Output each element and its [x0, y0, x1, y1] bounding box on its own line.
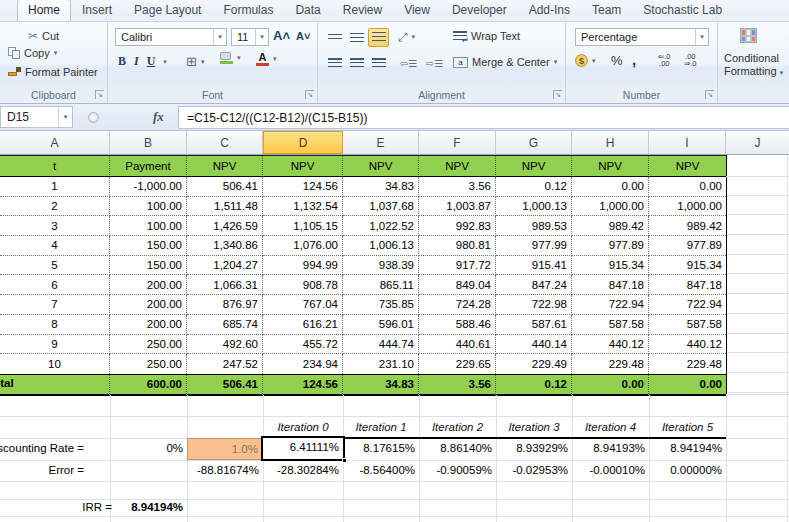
header-cell[interactable]: NPV — [649, 156, 726, 177]
iteration-header[interactable]: Iteration 2 — [419, 416, 496, 438]
rate-cell[interactable]: 8.93929% — [496, 438, 572, 459]
header-cell[interactable]: NPV — [419, 156, 496, 177]
table-cell[interactable]: 1,003.87 — [419, 197, 496, 217]
table-cell[interactable]: 2 — [0, 197, 110, 217]
align-left-button[interactable] — [324, 54, 345, 73]
middle-align-button[interactable] — [346, 28, 367, 47]
irr-ext-label[interactable]: IRR (ext) = — [56, 517, 112, 522]
column-header-g[interactable]: G — [496, 131, 572, 154]
number-dialog-launcher[interactable]: ↘ — [705, 90, 714, 99]
align-right-button[interactable] — [368, 54, 389, 73]
table-cell[interactable]: 440.12 — [572, 335, 649, 355]
table-cell[interactable]: 100.00 — [110, 197, 187, 217]
table-cell[interactable]: 1 — [0, 177, 110, 197]
table-cell[interactable]: 1,340.86 — [187, 236, 263, 256]
underline-button[interactable]: U — [147, 54, 156, 69]
table-cell[interactable]: 0.00 — [572, 177, 649, 197]
column-header-j[interactable]: J — [726, 131, 789, 154]
ribbon-tab-review[interactable]: Review — [332, 0, 393, 21]
align-center-button[interactable] — [346, 54, 367, 73]
table-cell[interactable]: 34.83 — [343, 177, 419, 197]
decrease-decimal-button[interactable]: .00⇒.0 — [684, 53, 697, 67]
table-cell[interactable]: -1,000.00 — [110, 177, 187, 197]
table-cell[interactable]: 250.00 — [110, 335, 187, 355]
table-cell[interactable]: 231.10 — [343, 354, 419, 374]
table-cell[interactable]: 915.34 — [572, 256, 649, 276]
irr-value[interactable]: 8.94194% — [131, 499, 183, 516]
selected-cell-d15[interactable]: 6.41111% — [261, 436, 345, 461]
total-cell[interactable]: 34.83 — [343, 374, 419, 396]
font-color-button[interactable]: A ▾ — [256, 52, 277, 66]
header-cell[interactable]: NPV — [187, 156, 263, 177]
borders-button[interactable]: ⊞ ▾ — [186, 54, 204, 69]
table-cell[interactable]: 124.56 — [263, 177, 343, 197]
table-cell[interactable]: 3.56 — [419, 177, 496, 197]
header-cell[interactable]: NPV — [496, 156, 572, 177]
table-cell[interactable]: 1,076.00 — [263, 236, 343, 256]
table-cell[interactable]: 10 — [0, 354, 110, 374]
error-cell[interactable]: -0.00010% — [572, 460, 649, 481]
ribbon-tab-page-layout[interactable]: Page Layout — [123, 0, 212, 21]
column-header-i[interactable]: I — [649, 131, 726, 154]
table-cell[interactable]: 908.78 — [263, 275, 343, 295]
table-cell[interactable]: 977.89 — [649, 236, 726, 256]
conditional-formatting-button[interactable] — [740, 28, 757, 43]
initial-rate-cell[interactable]: 0% — [110, 438, 187, 459]
table-cell[interactable]: 847.24 — [496, 275, 572, 295]
error-label[interactable]: Error = — [49, 460, 84, 481]
ribbon-tab-formulas[interactable]: Formulas — [212, 0, 284, 21]
shrink-font-icon[interactable]: A˅ — [296, 30, 310, 42]
table-cell[interactable]: 1,132.54 — [263, 197, 343, 217]
table-cell[interactable]: 1,000.13 — [496, 197, 572, 217]
total-cell[interactable]: 506.41 — [187, 374, 263, 396]
insert-function-button[interactable]: fx — [153, 109, 164, 125]
table-cell[interactable]: 1,105.15 — [263, 216, 343, 236]
table-cell[interactable]: 989.53 — [496, 216, 572, 236]
table-cell[interactable]: 1,037.68 — [343, 197, 419, 217]
iteration-header[interactable]: Iteration 1 — [343, 416, 419, 438]
table-cell[interactable]: 992.83 — [419, 216, 496, 236]
table-cell[interactable]: 722.98 — [496, 295, 572, 315]
ribbon-tab-data[interactable]: Data — [284, 0, 331, 21]
discounting-rate-label[interactable]: Discounting Rate = — [0, 438, 84, 459]
table-cell[interactable]: 7 — [0, 295, 110, 315]
table-cell[interactable]: 9 — [0, 335, 110, 355]
table-cell[interactable]: 980.81 — [419, 236, 496, 256]
table-cell[interactable]: 1,204.27 — [187, 256, 263, 276]
accounting-format-button[interactable]: $ ▾ — [575, 54, 596, 67]
italic-button[interactable]: I — [134, 54, 139, 69]
table-cell[interactable]: 849.04 — [419, 275, 496, 295]
table-cell[interactable]: 440.12 — [649, 335, 726, 355]
iteration-header[interactable]: Iteration 3 — [496, 416, 572, 438]
table-cell[interactable]: 977.99 — [496, 236, 572, 256]
column-header-b[interactable]: B — [110, 131, 187, 154]
table-cell[interactable]: 8 — [0, 315, 110, 335]
irr-label[interactable]: IRR = — [82, 499, 112, 516]
rate-cell[interactable]: 8.94193% — [572, 438, 649, 459]
table-cell[interactable]: 722.94 — [649, 295, 726, 315]
total-cell[interactable]: 0.00 — [649, 374, 726, 396]
table-cell[interactable]: 938.39 — [343, 256, 419, 276]
iteration-header[interactable]: Iteration 0 — [263, 416, 343, 438]
total-cell[interactable]: 3.56 — [419, 374, 496, 396]
table-cell[interactable]: 200.00 — [110, 295, 187, 315]
total-label-cell[interactable]: Total — [0, 374, 110, 396]
table-cell[interactable]: 6 — [0, 275, 110, 295]
table-cell[interactable]: 229.65 — [419, 354, 496, 374]
font-name-combo[interactable]: Calibri ▾ — [115, 28, 227, 46]
formula-input[interactable]: =C15-C12/((C12-B12)/(C15-B15)) — [178, 106, 789, 129]
formula-bar-circle-button[interactable] — [88, 112, 99, 123]
table-cell[interactable]: 596.01 — [343, 315, 419, 335]
table-cell[interactable]: 440.61 — [419, 335, 496, 355]
table-cell[interactable]: 847.18 — [649, 275, 726, 295]
table-cell[interactable]: 229.49 — [496, 354, 572, 374]
increase-decimal-button[interactable]: ⇐.0.00 — [658, 53, 671, 67]
header-cell[interactable]: NPV — [343, 156, 419, 177]
total-cell[interactable]: 600.00 — [110, 374, 187, 396]
table-cell[interactable]: 4 — [0, 236, 110, 256]
table-cell[interactable]: 876.97 — [187, 295, 263, 315]
table-cell[interactable]: 915.34 — [649, 256, 726, 276]
table-cell[interactable]: 1,511.48 — [187, 197, 263, 217]
ribbon-tab-developer[interactable]: Developer — [441, 0, 518, 21]
table-cell[interactable]: 1,426.59 — [187, 216, 263, 236]
